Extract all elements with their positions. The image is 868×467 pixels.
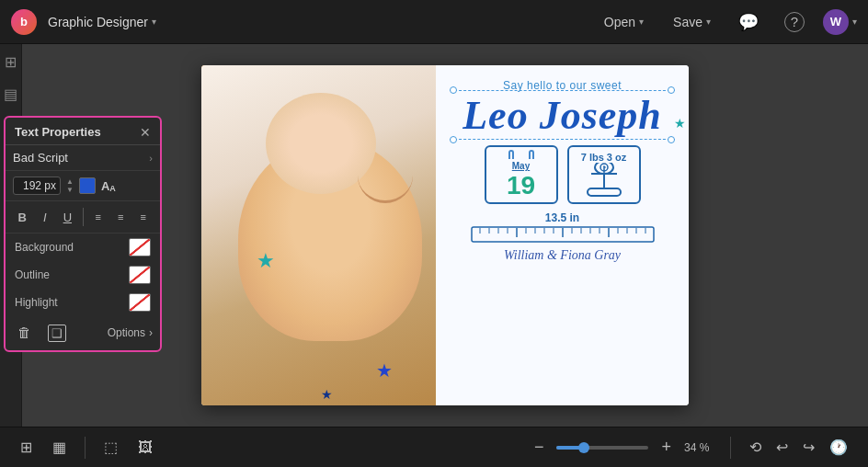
chat-button[interactable]: 💬 xyxy=(731,8,766,36)
redo-icon: ↪ xyxy=(803,439,815,455)
cal-rings-row xyxy=(486,147,556,159)
length-row: 13.5 in xyxy=(445,211,680,243)
star-dark-1: ★ xyxy=(321,387,333,402)
image-icon: 🖼 xyxy=(138,439,153,455)
image-button[interactable]: 🖼 xyxy=(132,436,158,460)
size-stepper: ▲ ▼ xyxy=(66,178,74,194)
help-button[interactable]: ? xyxy=(777,8,812,36)
text-format-row: B I U ≡ ≡ ≡ xyxy=(6,201,160,234)
app-title-group[interactable]: Graphic Designer ▾ xyxy=(48,15,156,29)
ruler-svg xyxy=(471,226,655,243)
frame-button[interactable]: ⬚ xyxy=(98,435,123,460)
bold-button[interactable]: B xyxy=(13,206,32,228)
cal-day-text: 19 xyxy=(486,171,556,202)
history-button[interactable]: 🕐 xyxy=(824,435,853,460)
undo-button[interactable]: ↩ xyxy=(771,435,794,460)
zoom-in-button[interactable]: + xyxy=(656,436,677,459)
background-label: Background xyxy=(15,241,74,254)
user-menu-button[interactable]: W ▾ xyxy=(823,9,857,35)
outline-row: Outline xyxy=(6,261,160,289)
signature-text: William & Fiona Gray xyxy=(445,248,680,263)
right-bot-icons: ⟲ ↩ ↪ 🕐 xyxy=(744,435,853,460)
underline-button[interactable]: U xyxy=(58,206,77,228)
highlight-swatch[interactable] xyxy=(129,293,151,312)
baby-name-text: Leo Joseph xyxy=(445,94,680,138)
zoom-slider[interactable] xyxy=(556,446,648,450)
star-blue-1: ★ xyxy=(376,359,393,382)
cal-ring-left xyxy=(508,150,514,159)
save-button[interactable]: Save ▾ xyxy=(664,11,720,33)
zoom-percent-display: 34 % xyxy=(684,441,717,454)
text-case-icon[interactable]: AA xyxy=(101,179,116,193)
design-canvas: ★ ★ ★ ★ ★ Say hello to our sweet xyxy=(201,65,689,405)
zoom-plus-icon: + xyxy=(661,438,671,456)
text-color-swatch[interactable] xyxy=(79,177,96,194)
zoom-minus-icon: − xyxy=(534,438,544,456)
bottom-toolbar: ⊞ ▦ ⬚ 🖼 − + 34 % ⟲ ↩ ↪ 🕐 xyxy=(0,427,868,467)
background-swatch[interactable] xyxy=(129,238,151,256)
open-chevron-icon: ▾ xyxy=(639,17,644,27)
redo-button[interactable]: ↪ xyxy=(797,435,820,460)
templates-icon[interactable]: ▤ xyxy=(4,85,17,103)
panel-close-button[interactable]: ✕ xyxy=(140,126,151,139)
stats-area: May 19 7 lbs 3 oz xyxy=(445,145,680,204)
open-button[interactable]: Open ▾ xyxy=(595,11,653,33)
panel-bottom-row: 🗑 ❑ Options › xyxy=(6,316,160,343)
align-center-button[interactable]: ≡ xyxy=(111,206,131,228)
design-right-panel: ★ ★ Say hello to our sweet xyxy=(436,65,689,405)
italic-button[interactable]: I xyxy=(36,206,55,228)
highlight-label: Highlight xyxy=(15,296,58,309)
layers-icon[interactable]: ⊞ xyxy=(5,53,17,71)
options-chevron-icon: › xyxy=(149,326,153,339)
chat-icon: 💬 xyxy=(738,13,759,31)
app-logo: b xyxy=(11,9,37,35)
app-title-chevron-icon: ▾ xyxy=(152,17,156,27)
font-dropdown-icon: › xyxy=(149,153,153,164)
baby-head xyxy=(266,93,376,194)
outline-swatch[interactable] xyxy=(129,266,151,284)
highlight-row: Highlight xyxy=(6,289,160,316)
loop-button[interactable]: ⟲ xyxy=(744,435,767,460)
save-chevron-icon: ▾ xyxy=(706,17,711,27)
length-text: 13.5 in xyxy=(445,211,680,224)
weight-box: 7 lbs 3 oz xyxy=(567,145,641,204)
frame-icon: ⬚ xyxy=(104,439,118,455)
delete-element-button[interactable]: 🗑 xyxy=(13,322,36,343)
handle-tr xyxy=(668,86,675,94)
font-size-row: ▲ ▼ AA xyxy=(6,171,160,201)
cal-month-text: May xyxy=(486,159,556,171)
size-down-button[interactable]: ▼ xyxy=(66,187,74,194)
font-size-input[interactable] xyxy=(13,177,61,195)
zoom-out-button[interactable]: − xyxy=(529,436,550,459)
star-teal-1: ★ xyxy=(257,249,275,273)
scale-svg xyxy=(584,163,624,198)
panel-header: Text Properties ✕ xyxy=(6,118,160,145)
loop-icon: ⟲ xyxy=(749,439,761,455)
options-label: Options xyxy=(108,326,145,339)
layers-bottom-icon: ⊞ xyxy=(20,439,32,455)
logo-letter: b xyxy=(20,15,28,28)
zoom-controls: − + 34 % xyxy=(529,436,717,459)
avatar-letter: W xyxy=(830,15,841,28)
align-left-button[interactable]: ≡ xyxy=(88,206,108,228)
text-properties-panel: Text Properties ✕ Bad Script › ▲ ▼ AA B … xyxy=(4,116,162,352)
help-icon: ? xyxy=(784,12,805,32)
trash-icon: 🗑 xyxy=(17,325,31,340)
name-container[interactable]: Leo Joseph xyxy=(445,94,680,138)
bot-separator-1 xyxy=(85,437,86,459)
options-button[interactable]: Options › xyxy=(108,326,153,339)
align-right-button[interactable]: ≡ xyxy=(134,206,154,228)
open-label: Open xyxy=(604,15,635,29)
size-up-button[interactable]: ▲ xyxy=(66,178,74,186)
layers-bottom-button[interactable]: ⊞ xyxy=(15,435,38,460)
main-area: Text Properties ✕ Bad Script › ▲ ▼ AA B … xyxy=(0,44,868,427)
outline-label: Outline xyxy=(15,268,50,281)
grid-bottom-button[interactable]: ▦ xyxy=(47,435,72,460)
background-row: Background xyxy=(6,234,160,261)
font-selector-row[interactable]: Bad Script › xyxy=(6,145,160,171)
duplicate-element-button[interactable]: ❑ xyxy=(43,322,71,343)
grid-bottom-icon: ▦ xyxy=(52,439,66,455)
user-chevron-icon: ▾ xyxy=(852,17,857,27)
duplicate-icon: ❑ xyxy=(48,325,66,342)
save-label: Save xyxy=(673,15,702,29)
